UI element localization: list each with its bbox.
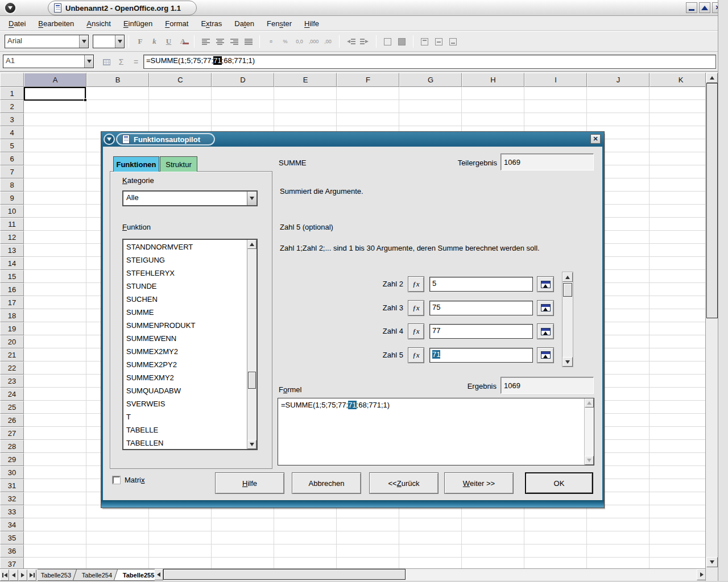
scroll-down-button[interactable] bbox=[247, 440, 257, 449]
cell-reference-box[interactable]: A1 bbox=[3, 55, 94, 68]
grid-cell[interactable] bbox=[86, 113, 149, 126]
standard-format-button[interactable]: 0,0 bbox=[292, 34, 307, 49]
align-left-button[interactable] bbox=[198, 34, 213, 49]
argument-input-zahl-4[interactable]: 77 bbox=[429, 324, 533, 339]
row-header-30[interactable]: 30 bbox=[0, 466, 24, 479]
grid-cell[interactable] bbox=[24, 152, 86, 165]
argument-input-zahl-5[interactable]: 71 bbox=[429, 348, 533, 363]
menu-item-bearbeiten[interactable]: Bearbeiten bbox=[32, 18, 80, 29]
menu-item-hilfe[interactable]: Hilfe bbox=[298, 18, 325, 29]
bold-button[interactable]: F bbox=[133, 34, 147, 49]
matrix-checkbox[interactable] bbox=[113, 476, 120, 484]
dialog-tab-struktur[interactable]: Struktur bbox=[160, 156, 197, 172]
row-header-9[interactable]: 9 bbox=[0, 192, 24, 205]
grid-cell[interactable] bbox=[524, 100, 587, 113]
function-list-item-t[interactable]: T bbox=[123, 410, 247, 423]
row-header-25[interactable]: 25 bbox=[0, 401, 24, 414]
font-size-dropdown[interactable] bbox=[115, 35, 124, 48]
percent-format-button[interactable]: % bbox=[278, 34, 292, 49]
column-header-f[interactable]: F bbox=[337, 73, 399, 87]
grid-cell[interactable] bbox=[587, 87, 650, 100]
grid-cell[interactable] bbox=[24, 466, 86, 479]
grid-cell[interactable] bbox=[524, 558, 587, 568]
window-menu-button[interactable] bbox=[4, 2, 16, 14]
grid-cell[interactable] bbox=[462, 544, 524, 558]
row-header-29[interactable]: 29 bbox=[0, 453, 24, 466]
row-header-33[interactable]: 33 bbox=[0, 505, 24, 518]
grid-cell[interactable] bbox=[24, 440, 86, 453]
add-decimal-button[interactable]: ,000 bbox=[307, 34, 321, 49]
weiter-button[interactable]: Weiter >> bbox=[444, 472, 514, 494]
align-center-vertical-button[interactable] bbox=[432, 34, 446, 49]
grid-cell[interactable] bbox=[24, 309, 86, 322]
grid-cell[interactable] bbox=[650, 296, 705, 309]
grid-cell[interactable] bbox=[650, 453, 705, 466]
grid-cell[interactable] bbox=[399, 558, 462, 568]
function-list-item-stunde[interactable]: STUNDE bbox=[123, 280, 247, 293]
hilfe-button[interactable]: Hilfe bbox=[215, 472, 284, 494]
grid-cell[interactable] bbox=[24, 375, 86, 388]
grid-cell[interactable] bbox=[524, 531, 587, 544]
grid-cell[interactable] bbox=[462, 87, 524, 100]
grid-cell[interactable] bbox=[399, 531, 462, 544]
grid-cell[interactable] bbox=[212, 558, 274, 568]
vertical-scrollbar-thumb[interactable] bbox=[706, 83, 718, 318]
sum-button[interactable]: Σ bbox=[114, 55, 129, 69]
grid-cell[interactable] bbox=[337, 558, 399, 568]
function-list-item-suchen[interactable]: SUCHEN bbox=[123, 293, 247, 306]
maximize-button[interactable] bbox=[699, 2, 710, 13]
function-list[interactable]: STANDNORMVERTSTEIGUNGSTFEHLERYXSTUNDESUC… bbox=[122, 239, 258, 450]
function-list-item-steigung[interactable]: STEIGUNG bbox=[123, 253, 247, 267]
grid-cell[interactable] bbox=[399, 100, 462, 113]
argument-input-zahl-2[interactable]: 5 bbox=[429, 277, 533, 292]
grid-cell[interactable] bbox=[399, 544, 462, 558]
row-header-23[interactable]: 23 bbox=[0, 375, 24, 388]
zur-ck-button[interactable]: << Zurück bbox=[369, 472, 439, 494]
grid-cell[interactable] bbox=[650, 270, 705, 283]
grid-cell[interactable] bbox=[650, 165, 705, 178]
abbrechen-button[interactable]: Abbrechen bbox=[292, 472, 361, 494]
category-combo[interactable]: Alle bbox=[122, 190, 258, 206]
function-list-item-summenprodukt[interactable]: SUMMENPRODUKT bbox=[123, 319, 247, 332]
row-header-22[interactable]: 22 bbox=[0, 361, 24, 375]
grid-cell[interactable] bbox=[524, 113, 587, 126]
grid-cell[interactable] bbox=[650, 427, 705, 440]
grid-cell[interactable] bbox=[149, 544, 212, 558]
grid-cell[interactable] bbox=[650, 505, 705, 518]
grid-cell[interactable] bbox=[86, 544, 149, 558]
grid-cell[interactable] bbox=[650, 192, 705, 205]
argument-shrink-button[interactable] bbox=[537, 323, 554, 339]
menu-item-daten[interactable]: Daten bbox=[228, 18, 260, 29]
menu-item-datei[interactable]: Datei bbox=[2, 18, 32, 29]
grid-cell[interactable] bbox=[399, 113, 462, 126]
grid-cell[interactable] bbox=[524, 544, 587, 558]
function-list-item-summewenn[interactable]: SUMMEWENN bbox=[123, 332, 247, 345]
grid-cell[interactable] bbox=[337, 113, 399, 126]
row-header-5[interactable]: 5 bbox=[0, 139, 24, 152]
function-list-item-tabelle[interactable]: TABELLE bbox=[123, 423, 247, 436]
menu-item-ansicht[interactable]: Ansicht bbox=[80, 18, 117, 29]
row-header-7[interactable]: 7 bbox=[0, 165, 24, 178]
grid-cell[interactable] bbox=[24, 270, 86, 283]
grid-cell[interactable] bbox=[24, 544, 86, 558]
grid-cell[interactable] bbox=[24, 178, 86, 192]
grid-cell[interactable] bbox=[86, 558, 149, 568]
grid-cell[interactable] bbox=[650, 113, 705, 126]
row-header-15[interactable]: 15 bbox=[0, 270, 24, 283]
scrollbar-thumb[interactable] bbox=[563, 283, 572, 297]
grid-cell[interactable] bbox=[274, 518, 337, 531]
argument-shrink-button[interactable] bbox=[537, 276, 554, 292]
next-sheet-button[interactable] bbox=[18, 569, 27, 581]
function-list-scrollbar[interactable] bbox=[247, 240, 257, 449]
row-header-24[interactable]: 24 bbox=[0, 388, 24, 401]
category-dropdown[interactable] bbox=[247, 192, 257, 205]
row-header-19[interactable]: 19 bbox=[0, 322, 24, 335]
grid-cell[interactable] bbox=[24, 218, 86, 231]
align-center-button[interactable] bbox=[213, 34, 227, 49]
argument-input-zahl-3[interactable]: 75 bbox=[429, 301, 533, 315]
row-header-16[interactable]: 16 bbox=[0, 283, 24, 296]
grid-cell[interactable] bbox=[24, 361, 86, 375]
grid-cell[interactable] bbox=[24, 401, 86, 414]
last-sheet-button[interactable] bbox=[27, 569, 36, 581]
cell-reference-dropdown[interactable] bbox=[84, 55, 93, 68]
